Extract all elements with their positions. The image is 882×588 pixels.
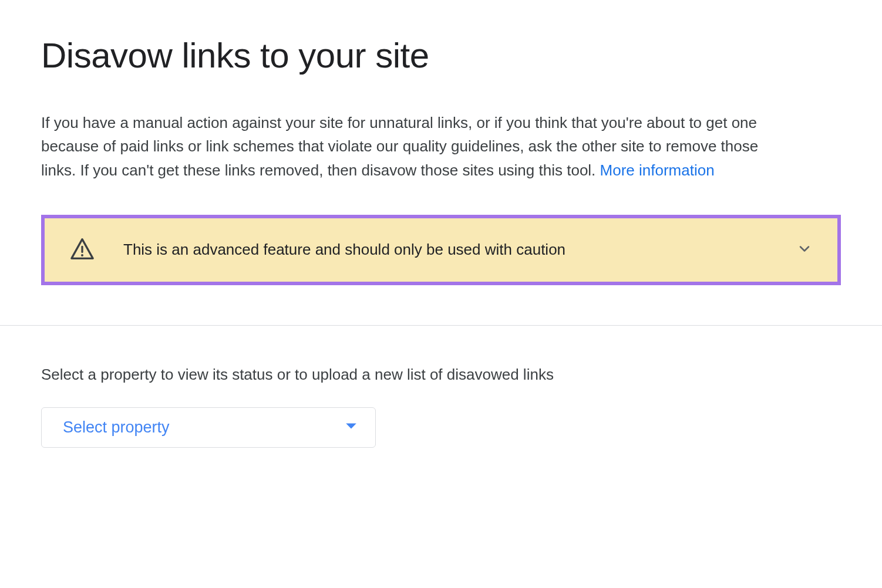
dropdown-selected-label: Select property bbox=[63, 418, 170, 437]
description-text: If you have a manual action against your… bbox=[41, 111, 793, 182]
warning-banner[interactable]: This is an advanced feature and should o… bbox=[41, 215, 841, 285]
page-title: Disavow links to your site bbox=[41, 35, 841, 76]
warning-text: This is an advanced feature and should o… bbox=[123, 241, 785, 259]
select-property-label: Select a property to view its status or … bbox=[41, 366, 841, 384]
select-property-dropdown[interactable]: Select property bbox=[41, 407, 376, 448]
svg-point-1 bbox=[81, 254, 83, 256]
caret-down-icon bbox=[345, 422, 358, 432]
warning-triangle-icon bbox=[69, 237, 95, 263]
more-information-link[interactable]: More information bbox=[600, 161, 715, 179]
section-divider bbox=[0, 325, 882, 326]
chevron-down-icon bbox=[796, 241, 813, 259]
